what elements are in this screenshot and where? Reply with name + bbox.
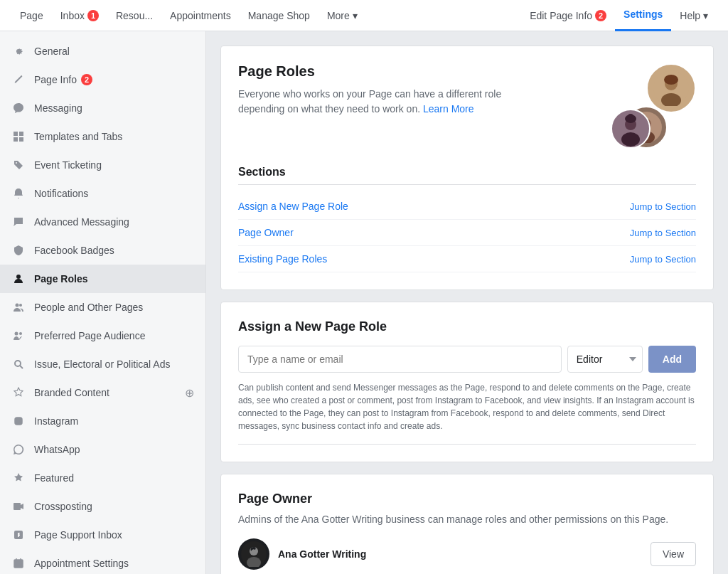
sidebar-item-page-roles[interactable]: Page Roles xyxy=(0,265,205,293)
role-description: Can publish content and send Messenger m… xyxy=(238,381,696,445)
sidebar-item-page-support-inbox[interactable]: Page Support Inbox xyxy=(0,521,205,549)
sidebar-label-people-other-pages: People and Other Pages xyxy=(34,302,143,313)
sidebar-item-facebook-badges[interactable]: Facebook Badges xyxy=(0,236,205,265)
sidebar-item-preferred-audience[interactable]: Preferred Page Audience xyxy=(0,321,205,350)
sidebar-item-messaging[interactable]: Messaging xyxy=(0,94,205,122)
svg-point-4 xyxy=(16,275,21,279)
name-email-input[interactable] xyxy=(238,346,562,373)
sidebar-item-appointment-settings[interactable]: Appointment Settings xyxy=(0,549,205,574)
sidebar-label-page-support-inbox: Page Support Inbox xyxy=(34,529,122,541)
svg-rect-3 xyxy=(19,137,23,142)
learn-more-link[interactable]: Learn More xyxy=(423,103,474,115)
assign-jump-link[interactable]: Jump to Section xyxy=(630,201,696,212)
nav-inbox[interactable]: Inbox 1 xyxy=(52,0,107,31)
assign-role-card: Assign a New Page Role Editor Admin Mode… xyxy=(220,302,714,462)
avatar-person-3 xyxy=(611,109,651,149)
edit-page-info-badge: 2 xyxy=(595,10,606,21)
sidebar-label-messaging: Messaging xyxy=(34,102,82,114)
existing-section-link[interactable]: Existing Page Roles xyxy=(238,253,327,265)
role-select[interactable]: Editor Admin Moderator Advertiser Analys… xyxy=(567,346,643,373)
assign-role-title: Assign a New Page Role xyxy=(238,319,696,334)
star-icon xyxy=(11,471,26,485)
avatar-group xyxy=(611,63,696,149)
view-button[interactable]: View xyxy=(651,542,696,566)
svg-point-34 xyxy=(621,132,640,147)
existing-jump-link[interactable]: Jump to Section xyxy=(630,254,696,265)
owner-row: Ana Gotter Writing View xyxy=(238,538,696,570)
svg-rect-1 xyxy=(19,132,23,136)
grid-icon xyxy=(11,129,26,144)
nav-resou[interactable]: Resou... xyxy=(107,0,161,31)
sidebar-item-issue-ads[interactable]: Issue, Electoral or Political Ads xyxy=(0,350,205,378)
owner-jump-link[interactable]: Jump to Section xyxy=(630,228,696,238)
sidebar-label-crossposting: Crossposting xyxy=(34,501,92,512)
svg-rect-14 xyxy=(14,503,21,510)
sidebar-label-instagram: Instagram xyxy=(34,415,78,427)
assign-form: Editor Admin Moderator Advertiser Analys… xyxy=(238,346,696,373)
svg-point-13 xyxy=(21,418,21,419)
sidebar-label-appointment-settings: Appointment Settings xyxy=(34,558,129,569)
sections-title: Sections xyxy=(238,166,696,185)
calendar-icon xyxy=(11,556,26,570)
sidebar-label-branded-content: Branded Content xyxy=(34,387,109,398)
svg-rect-0 xyxy=(14,132,18,136)
assign-section-link[interactable]: Assign a New Page Role xyxy=(238,201,348,212)
add-role-button[interactable]: Add xyxy=(648,346,696,373)
page-roles-header: Page Roles Everyone who works on your Pa… xyxy=(238,63,696,149)
sidebar-item-notifications[interactable]: Notifications xyxy=(0,179,205,208)
nav-manage-shop[interactable]: Manage Shop xyxy=(240,0,318,31)
gear-icon xyxy=(11,44,26,58)
sidebar-item-page-info[interactable]: Page Info 2 xyxy=(0,65,205,94)
sidebar-label-templates-tabs: Templates and Tabs xyxy=(34,131,122,142)
sections-area: Sections Assign a New Page Role Jump to … xyxy=(238,166,696,272)
sidebar-item-advanced-messaging[interactable]: Advanced Messaging xyxy=(0,208,205,236)
page-info-badge: 2 xyxy=(81,74,92,85)
nav-edit-page-info[interactable]: Edit Page Info 2 xyxy=(521,0,615,31)
sidebar-label-notifications: Notifications xyxy=(34,188,88,199)
sidebar-label-general: General xyxy=(34,46,70,57)
sidebar-item-people-other-pages[interactable]: People and Other Pages xyxy=(0,293,205,321)
pencil-icon xyxy=(11,73,26,87)
sidebar: General Page Info 2 Messaging Templates … xyxy=(0,31,206,574)
section-row-assign: Assign a New Page Role Jump to Section xyxy=(238,193,696,220)
svg-point-5 xyxy=(16,304,19,307)
sidebar-label-event-ticketing: Event Ticketing xyxy=(34,159,102,171)
nav-settings[interactable]: Settings xyxy=(615,0,671,31)
page-roles-description: Everyone who works on your Page can have… xyxy=(238,87,508,117)
sidebar-item-crossposting[interactable]: Crossposting xyxy=(0,492,205,521)
sidebar-item-instagram[interactable]: Instagram xyxy=(0,407,205,435)
sidebar-item-featured[interactable]: Featured xyxy=(0,464,205,492)
sidebar-item-general[interactable]: General xyxy=(0,37,205,65)
sidebar-label-advanced-messaging: Advanced Messaging xyxy=(34,216,129,228)
sidebar-item-whatsapp[interactable]: WhatsApp xyxy=(0,435,205,464)
nav-more[interactable]: More ▾ xyxy=(318,0,366,31)
svg-point-7 xyxy=(15,332,18,336)
owner-avatar xyxy=(238,538,269,570)
chat-icon xyxy=(11,101,26,115)
speech-icon xyxy=(11,215,26,229)
main-content: Page Roles Everyone who works on your Pa… xyxy=(206,31,728,574)
page-layout: General Page Info 2 Messaging Templates … xyxy=(0,31,728,574)
sidebar-item-event-ticketing[interactable]: Event Ticketing xyxy=(0,151,205,179)
svg-point-8 xyxy=(19,332,22,335)
sidebar-item-branded-content[interactable]: Branded Content ⊕ xyxy=(0,378,205,407)
section-row-owner: Page Owner Jump to Section xyxy=(238,220,696,246)
svg-point-36 xyxy=(628,114,633,119)
sidebar-label-preferred-audience: Preferred Page Audience xyxy=(34,330,145,341)
fb-icon xyxy=(11,528,26,542)
owner-section-link[interactable]: Page Owner xyxy=(238,227,294,238)
group-icon xyxy=(11,300,26,314)
search-icon xyxy=(11,357,26,371)
nav-page[interactable]: Page xyxy=(11,0,52,31)
nav-appointments[interactable]: Appointments xyxy=(161,0,240,31)
svg-rect-2 xyxy=(14,137,18,142)
svg-line-10 xyxy=(20,366,23,368)
nav-help[interactable]: Help ▾ xyxy=(671,0,717,31)
page-roles-card: Page Roles Everyone who works on your Pa… xyxy=(220,46,714,290)
branded-content-add-icon[interactable]: ⊕ xyxy=(185,386,194,400)
sidebar-label-page-info: Page Info xyxy=(34,74,77,85)
sidebar-item-templates-tabs[interactable]: Templates and Tabs xyxy=(0,122,205,151)
svg-rect-16 xyxy=(14,560,23,568)
inbox-badge: 1 xyxy=(87,10,99,21)
sidebar-label-issue-ads: Issue, Electoral or Political Ads xyxy=(34,358,170,370)
